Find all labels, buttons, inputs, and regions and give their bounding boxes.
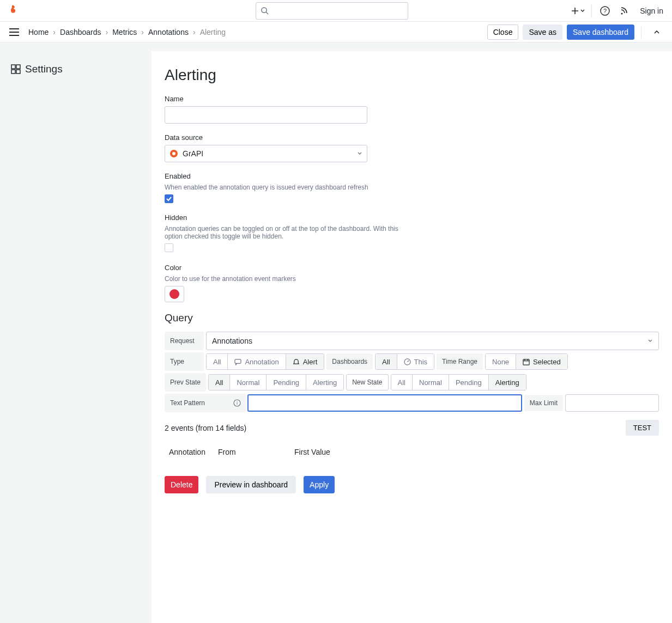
gauge-icon bbox=[404, 358, 411, 365]
search-input[interactable] bbox=[272, 7, 403, 15]
signin-link[interactable]: Sign in bbox=[635, 7, 668, 15]
col-firstvalue: First Value bbox=[290, 443, 659, 461]
svg-point-11 bbox=[172, 152, 175, 155]
svg-point-5 bbox=[621, 13, 623, 14]
prev-all[interactable]: All bbox=[209, 375, 229, 390]
hidden-checkbox[interactable] bbox=[165, 243, 173, 252]
maxlimit-input[interactable] bbox=[565, 394, 659, 412]
timerange-label: Time Range bbox=[437, 353, 483, 370]
breadcrumbs: Home› Dashboards› Metrics› Annotations› … bbox=[28, 28, 226, 36]
color-desc: Color to use for the annotation event ma… bbox=[165, 275, 659, 283]
svg-rect-6 bbox=[11, 65, 15, 69]
svg-rect-9 bbox=[16, 70, 20, 74]
svg-text:?: ? bbox=[603, 8, 607, 14]
apply-button[interactable]: Apply bbox=[304, 476, 335, 493]
new-pending[interactable]: Pending bbox=[449, 375, 488, 390]
preview-button[interactable]: Preview in dashboard bbox=[206, 476, 296, 493]
prevstate-label: Prev State bbox=[165, 373, 206, 392]
enabled-desc: When enabled the annotation query is iss… bbox=[165, 184, 659, 191]
test-button[interactable]: TEST bbox=[626, 420, 659, 436]
type-alert[interactable]: Alert bbox=[286, 354, 324, 369]
svg-rect-7 bbox=[16, 65, 20, 69]
save-dashboard-button[interactable]: Save dashboard bbox=[567, 25, 634, 40]
dashboards-segments: All This bbox=[375, 353, 434, 370]
settings-sidebar: Settings bbox=[0, 42, 152, 623]
timerange-selected[interactable]: Selected bbox=[516, 354, 567, 369]
col-from: From bbox=[214, 443, 290, 461]
main-content: Alerting Name Data source GrAPI Enabled … bbox=[152, 51, 672, 623]
dashboards-this[interactable]: This bbox=[397, 354, 434, 369]
timerange-segments: None Selected bbox=[485, 353, 568, 370]
collapse-button[interactable] bbox=[648, 23, 665, 41]
datasource-select[interactable]: GrAPI bbox=[165, 145, 367, 162]
search-icon bbox=[261, 7, 269, 15]
help-button[interactable]: ? bbox=[596, 2, 614, 20]
svg-rect-12 bbox=[235, 359, 241, 363]
breadcrumb-annotations[interactable]: Annotations bbox=[148, 28, 189, 36]
grafana-logo[interactable] bbox=[7, 4, 20, 17]
menu-button[interactable] bbox=[7, 25, 22, 40]
prevstate-segments: All Normal Pending Alerting bbox=[208, 374, 344, 390]
prev-normal[interactable]: Normal bbox=[229, 375, 266, 390]
breadcrumb-current: Alerting bbox=[200, 28, 226, 36]
hidden-label: Hidden bbox=[165, 213, 659, 222]
dashboards-all[interactable]: All bbox=[376, 354, 396, 369]
breadcrumb-dashboards[interactable]: Dashboards bbox=[60, 28, 101, 36]
events-summary: 2 events (from 14 fields) bbox=[165, 424, 246, 432]
col-annotation: Annotation bbox=[165, 443, 214, 461]
color-picker[interactable] bbox=[165, 286, 184, 302]
request-select[interactable]: Annotations bbox=[206, 332, 659, 350]
search-box[interactable] bbox=[256, 2, 408, 20]
page-title: Alerting bbox=[165, 66, 659, 84]
news-button[interactable] bbox=[616, 2, 633, 20]
svg-rect-14 bbox=[523, 359, 529, 364]
breadcrumb-home[interactable]: Home bbox=[28, 28, 49, 36]
chevron-down-icon bbox=[647, 338, 653, 344]
color-label: Color bbox=[165, 264, 659, 272]
prev-alerting[interactable]: Alerting bbox=[306, 375, 343, 390]
name-input[interactable] bbox=[165, 106, 367, 124]
newstate-segments: All Normal Pending Alerting bbox=[391, 374, 526, 390]
new-all[interactable]: All bbox=[391, 375, 412, 390]
name-label: Name bbox=[165, 95, 659, 103]
newstate-label: New State bbox=[346, 374, 388, 390]
save-as-button[interactable]: Save as bbox=[523, 25, 562, 40]
calendar-icon bbox=[523, 358, 530, 365]
info-icon[interactable]: i bbox=[233, 399, 241, 407]
prev-pending[interactable]: Pending bbox=[266, 375, 306, 390]
type-label: Type bbox=[165, 352, 204, 371]
enabled-checkbox[interactable] bbox=[165, 194, 173, 203]
add-button[interactable] bbox=[570, 2, 587, 20]
query-heading: Query bbox=[165, 312, 659, 324]
new-normal[interactable]: Normal bbox=[412, 375, 449, 390]
sidebar-heading: Settings bbox=[11, 63, 141, 75]
apps-icon bbox=[11, 64, 21, 74]
topbar: ? Sign in bbox=[0, 0, 672, 22]
type-all[interactable]: All bbox=[207, 354, 227, 369]
svg-text:i: i bbox=[237, 400, 238, 406]
type-annotation[interactable]: Annotation bbox=[227, 354, 285, 369]
type-segments: All Annotation Alert bbox=[206, 353, 324, 370]
enabled-label: Enabled bbox=[165, 172, 659, 180]
close-button[interactable]: Close bbox=[487, 25, 519, 40]
delete-button[interactable]: Delete bbox=[165, 476, 198, 493]
breadcrumb-metrics[interactable]: Metrics bbox=[112, 28, 137, 36]
svg-line-2 bbox=[266, 12, 268, 14]
grafana-ds-icon bbox=[169, 149, 178, 158]
hidden-desc: Annotation queries can be toggled on or … bbox=[165, 225, 407, 240]
chevron-down-icon bbox=[357, 151, 362, 156]
textpattern-input[interactable] bbox=[247, 394, 522, 412]
timerange-none[interactable]: None bbox=[486, 354, 516, 369]
maxlimit-label: Max Limit bbox=[524, 395, 563, 411]
datasource-label: Data source bbox=[165, 133, 659, 142]
annotation-icon bbox=[234, 358, 241, 365]
svg-point-1 bbox=[262, 8, 267, 13]
request-label: Request bbox=[165, 332, 204, 350]
svg-rect-8 bbox=[11, 70, 15, 74]
results-table: Annotation From First Value bbox=[165, 443, 659, 461]
bell-icon bbox=[293, 358, 300, 365]
dashboards-label: Dashboards bbox=[326, 353, 373, 370]
new-alerting[interactable]: Alerting bbox=[488, 375, 526, 390]
textpattern-label: Text Pattern i bbox=[165, 394, 245, 412]
navbar: Home› Dashboards› Metrics› Annotations› … bbox=[0, 22, 672, 42]
